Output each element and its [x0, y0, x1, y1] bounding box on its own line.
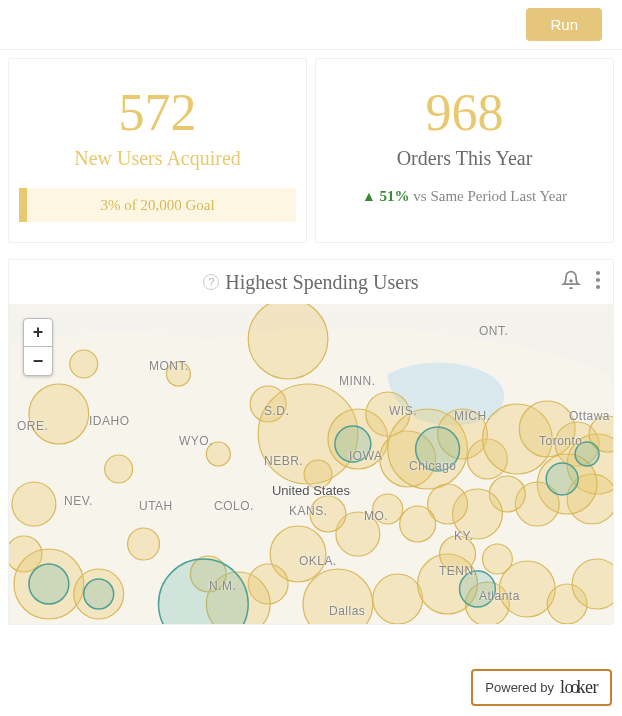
map-title: Highest Spending Users — [225, 271, 418, 294]
map-region-label: ONT. — [479, 324, 508, 338]
map-region-label: MICH. — [454, 409, 491, 423]
map-region-label: WYO. — [179, 434, 213, 448]
zoom-out-button[interactable]: − — [24, 347, 52, 375]
map-region-label: IDAHO — [89, 414, 130, 428]
svg-point-58 — [84, 579, 114, 609]
map-header: ? Highest Spending Users — [9, 260, 613, 304]
map-body[interactable]: + − — [9, 304, 613, 624]
goal-progress-text: 3% of 20,000 Goal — [100, 197, 214, 214]
map-panel: ? Highest Spending Users + − — [8, 259, 614, 625]
bell-icon[interactable] — [561, 270, 581, 294]
map-bubbles-layer — [9, 304, 613, 624]
looker-logo: looker — [560, 677, 598, 698]
orders-value: 968 — [326, 87, 603, 139]
goal-progress-bar: 3% of 20,000 Goal — [19, 188, 296, 222]
orders-card: 968 Orders This Year ▲ 51% vs Same Perio… — [315, 58, 614, 243]
map-region-label: NEV. — [64, 494, 93, 508]
svg-point-55 — [546, 463, 578, 495]
map-region-label: COLO. — [214, 499, 254, 513]
svg-point-4 — [596, 285, 600, 289]
map-title-wrap: ? Highest Spending Users — [203, 271, 418, 294]
goal-progress-fill — [19, 188, 27, 222]
map-region-label: IOWA — [349, 449, 383, 463]
svg-point-2 — [596, 271, 600, 275]
new-users-card: 572 New Users Acquired 3% of 20,000 Goal — [8, 58, 307, 243]
map-region-label: Atlanta — [479, 589, 520, 603]
svg-point-51 — [70, 350, 98, 378]
svg-point-32 — [400, 506, 436, 542]
map-region-label: Chicago — [409, 459, 457, 473]
svg-point-57 — [29, 564, 69, 604]
zoom-in-button[interactable]: + — [24, 319, 52, 347]
run-button[interactable]: Run — [526, 8, 602, 41]
map-region-label: WIS. — [389, 404, 417, 418]
svg-point-6 — [12, 482, 56, 526]
kpi-cards-row: 572 New Users Acquired 3% of 20,000 Goal… — [0, 50, 622, 251]
map-region-label: MINN. — [339, 374, 376, 388]
map-region-label: Dallas — [329, 604, 365, 618]
orders-label: Orders This Year — [326, 147, 603, 170]
help-icon[interactable]: ? — [203, 274, 219, 290]
map-region-label: Ottawa — [569, 409, 610, 423]
map-region-label: KY. — [454, 529, 473, 543]
svg-point-50 — [128, 528, 160, 560]
svg-point-3 — [596, 278, 600, 282]
topbar: Run — [0, 0, 622, 50]
map-region-label: MO. — [364, 509, 388, 523]
map-region-label: MONT. — [149, 359, 189, 373]
map-region-label: Toronto — [539, 434, 583, 448]
trend-up-icon: ▲ — [362, 189, 376, 204]
svg-point-41 — [373, 574, 423, 624]
new-users-label: New Users Acquired — [19, 147, 296, 170]
map-region-label: S.D. — [264, 404, 289, 418]
powered-by-text: Powered by — [485, 680, 554, 695]
orders-compare-line: ▲ 51% vs Same Period Last Year — [326, 188, 603, 205]
new-users-value: 572 — [19, 87, 296, 139]
orders-delta-pct: 51% — [380, 188, 410, 204]
powered-by-badge[interactable]: Powered by looker — [471, 669, 612, 706]
map-region-label: UTAH — [139, 499, 173, 513]
map-region-label: OKLA. — [299, 554, 337, 568]
svg-point-5 — [29, 384, 89, 444]
map-region-label: NEBR. — [264, 454, 303, 468]
svg-point-10 — [105, 455, 133, 483]
kebab-menu-icon[interactable] — [595, 270, 601, 294]
map-region-label: TENN. — [439, 564, 478, 578]
map-region-label: ORE. — [17, 419, 48, 433]
svg-point-48 — [482, 544, 512, 574]
zoom-control: + − — [23, 318, 53, 376]
svg-point-12 — [248, 304, 328, 379]
map-region-label: N.M. — [209, 579, 236, 593]
map-center-label: United States — [272, 482, 350, 497]
map-actions — [561, 270, 601, 294]
map-region-label: KANS. — [289, 504, 328, 518]
orders-delta-suffix: vs Same Period Last Year — [413, 188, 567, 204]
